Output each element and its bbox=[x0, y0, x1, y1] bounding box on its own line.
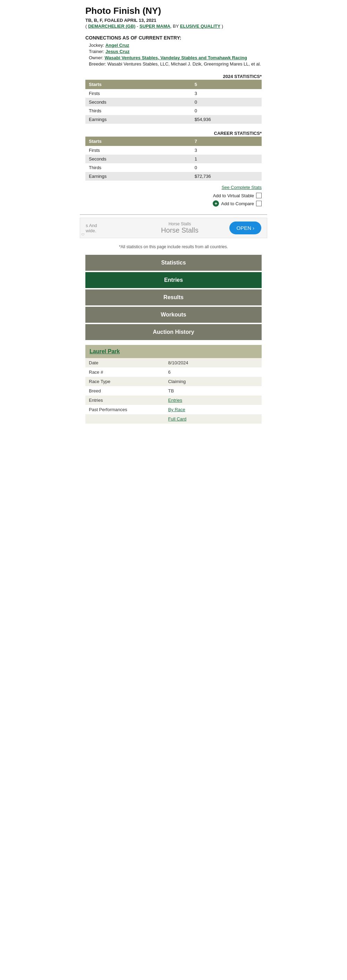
nav-statistics-button[interactable]: Statistics bbox=[85, 255, 262, 271]
nav-entries-button[interactable]: Entries bbox=[85, 272, 262, 288]
cell-label: Earnings bbox=[85, 172, 191, 181]
connections-title: CONNECTIONS AS OF CURRENT ENTRY: bbox=[85, 35, 262, 41]
stats-career-starts-row: Starts 7 bbox=[85, 137, 262, 146]
table-row: Firsts 3 bbox=[85, 89, 262, 98]
dam-separator: - bbox=[135, 24, 139, 29]
add-compare-label: Add to Compare bbox=[221, 201, 254, 206]
venue-link[interactable]: Laurel Park bbox=[90, 348, 120, 354]
ad-left-line2: wide. bbox=[86, 228, 130, 233]
stats-2024-section: 2024 STATISTICS* Starts 5 Firsts 3 Secon… bbox=[80, 70, 267, 127]
compare-checkbox[interactable] bbox=[256, 201, 262, 206]
ad-banner: s And wide. Horse Stalls Horse Stalls OP… bbox=[80, 218, 267, 238]
entry-entries-label: Entries bbox=[85, 396, 165, 405]
breeder-row: Breeder: Wasabi Ventures Stables, LLC, M… bbox=[85, 61, 262, 67]
table-row: Breed TB bbox=[85, 386, 262, 396]
nav-results-button[interactable]: Results bbox=[85, 290, 262, 305]
ad-open-label: OPEN bbox=[236, 225, 251, 231]
connections-section: CONNECTIONS AS OF CURRENT ENTRY: Jockey:… bbox=[80, 32, 267, 70]
by-race-link[interactable]: By Race bbox=[168, 407, 185, 412]
jockey-link[interactable]: Angel Cruz bbox=[106, 43, 130, 48]
cell-value: 1 bbox=[191, 154, 262, 163]
section-divider bbox=[80, 214, 267, 215]
add-compare-icon: + bbox=[213, 200, 219, 207]
table-row: Earnings $54,936 bbox=[85, 115, 262, 124]
ad-left-line1: s And bbox=[86, 223, 130, 228]
table-row: Firsts 3 bbox=[85, 146, 262, 154]
entry-full-card-value: Full Card bbox=[165, 414, 262, 424]
pedigree-prefix: ( bbox=[85, 24, 88, 29]
cell-value: 3 bbox=[191, 146, 262, 154]
see-complete-stats-link[interactable]: See Complete Stats bbox=[85, 185, 262, 190]
nav-workouts-button[interactable]: Workouts bbox=[85, 307, 262, 323]
venue-header: Laurel Park bbox=[85, 345, 262, 358]
table-row: Full Card bbox=[85, 414, 262, 424]
cell-label: Firsts bbox=[85, 146, 191, 154]
entry-pp-value: By Race bbox=[165, 405, 262, 414]
cell-value: $72,736 bbox=[191, 172, 262, 181]
entry-breed-value: TB bbox=[165, 386, 262, 396]
entry-date-label: Date bbox=[85, 358, 165, 368]
ad-label: 🛡 bbox=[82, 233, 85, 236]
stats-2024-starts-row: Starts 5 bbox=[85, 80, 262, 89]
add-compare-row: + Add to Compare bbox=[85, 200, 262, 207]
table-row: Thirds 0 bbox=[85, 163, 262, 172]
entry-empty-label bbox=[85, 414, 165, 424]
stats-2024-table: Starts 5 Firsts 3 Seconds 0 Thirds 0 Ear… bbox=[85, 80, 262, 124]
entry-race-num-value: 6 bbox=[165, 368, 262, 377]
entries-link[interactable]: Entries bbox=[168, 398, 182, 403]
entry-race-type-label: Race Type bbox=[85, 377, 165, 386]
entry-date-value: 8/10/2024 bbox=[165, 358, 262, 368]
breeder-label: Breeder: bbox=[89, 61, 107, 67]
sire-link[interactable]: DEMARCHELIER (GB) bbox=[88, 24, 136, 29]
stats-career-table: Starts 7 Firsts 3 Seconds 1 Thirds 0 Ear… bbox=[85, 137, 262, 181]
entry-race-type-value: Claiming bbox=[165, 377, 262, 386]
table-row: Past Performances By Race bbox=[85, 405, 262, 414]
dam-link[interactable]: SUPER MAMA bbox=[139, 24, 170, 29]
cell-value: 3 bbox=[191, 89, 262, 98]
nav-section: Statistics Entries Results Workouts Auct… bbox=[80, 255, 267, 345]
table-row: Race Type Claiming bbox=[85, 377, 262, 386]
trainer-link[interactable]: Jesus Cruz bbox=[106, 49, 130, 54]
stats-career-section: CAREER STATISTICS* Starts 7 Firsts 3 Sec… bbox=[80, 127, 267, 183]
starts-label-career: Starts bbox=[85, 137, 191, 146]
entry-race-num-label: Race # bbox=[85, 368, 165, 377]
cell-label: Thirds bbox=[85, 163, 191, 172]
table-row: Seconds 0 bbox=[85, 98, 262, 107]
horse-name: Photo Finish (NY) bbox=[85, 6, 262, 16]
starts-value-2024: 5 bbox=[191, 80, 262, 89]
horse-info: TB, B, F, FOALED APRIL 13, 2021 bbox=[85, 18, 262, 23]
nav-auction-history-button[interactable]: Auction History bbox=[85, 324, 262, 340]
pedigree-suffix: ) bbox=[220, 24, 223, 29]
ad-title: Horse Stalls bbox=[136, 226, 224, 234]
entries-section: Laurel Park Date 8/10/2024 Race # 6 Race… bbox=[80, 345, 267, 429]
owner-label: Owner: bbox=[89, 55, 105, 60]
entry-pp-label: Past Performances bbox=[85, 405, 165, 414]
table-row: Thirds 0 bbox=[85, 107, 262, 115]
cell-value: 0 bbox=[191, 163, 262, 172]
starts-value-career: 7 bbox=[191, 137, 262, 146]
broodmare-sire-link[interactable]: ELUSIVE QUALITY bbox=[180, 24, 220, 29]
ad-open-arrow: › bbox=[253, 225, 254, 231]
cell-label: Firsts bbox=[85, 89, 191, 98]
owner-link[interactable]: Wasabi Ventures Stables, Vandelay Stable… bbox=[105, 55, 247, 60]
cell-label: Thirds bbox=[85, 107, 191, 115]
cell-value: 0 bbox=[191, 107, 262, 115]
cell-label: Seconds bbox=[85, 154, 191, 163]
ad-sub-label: Horse Stalls bbox=[136, 221, 224, 226]
action-links-section: See Complete Stats Add to Virtual Stable… bbox=[80, 183, 267, 212]
cell-value: $54,936 bbox=[191, 115, 262, 124]
ad-open-button[interactable]: OPEN › bbox=[229, 221, 261, 234]
table-row: Race # 6 bbox=[85, 368, 262, 377]
entries-table: Date 8/10/2024 Race # 6 Race Type Claimi… bbox=[85, 358, 262, 424]
trainer-label: Trainer: bbox=[89, 49, 106, 54]
stats-2024-header: 2024 STATISTICS* bbox=[85, 74, 262, 79]
cell-label: Earnings bbox=[85, 115, 191, 124]
virtual-stable-checkbox[interactable] bbox=[256, 193, 262, 198]
footnote: *All statistics on this page include res… bbox=[80, 242, 267, 255]
full-card-link[interactable]: Full Card bbox=[168, 416, 187, 422]
table-row: Seconds 1 bbox=[85, 154, 262, 163]
entry-breed-label: Breed bbox=[85, 386, 165, 396]
add-virtual-stable-row: Add to Virtual Stable bbox=[85, 193, 262, 198]
table-row: Earnings $72,736 bbox=[85, 172, 262, 181]
ad-middle: Horse Stalls Horse Stalls bbox=[136, 221, 224, 234]
